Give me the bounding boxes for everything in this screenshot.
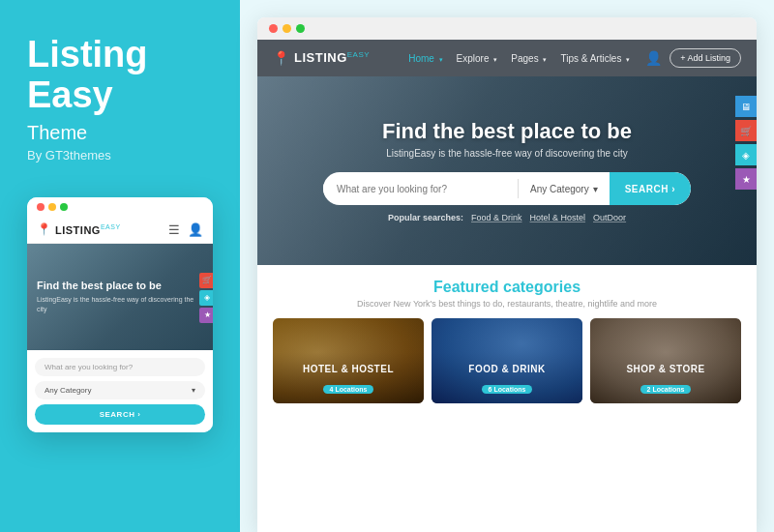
share-icon[interactable]: ◈ xyxy=(735,144,757,165)
nav-link-explore[interactable]: Explore ▾ xyxy=(457,53,498,64)
desktop-dot-yellow xyxy=(283,24,291,33)
mobile-logo: 📍 LISTINGEASY xyxy=(37,222,121,236)
featured-subtitle: Discover New York's best things to do, r… xyxy=(273,299,741,309)
desktop-pin-icon: 📍 xyxy=(273,50,289,66)
card-shop-badge: 2 Locations xyxy=(640,385,692,394)
card-food-content: FOOD & DRINK 6 Locations xyxy=(432,364,582,396)
desktop-search-bar: Any Category ▾ SEARCH › xyxy=(323,172,691,205)
mobile-category-select[interactable]: Any Category ▾ xyxy=(35,381,205,399)
desktop-nav: 📍 LISTINGEASY Home ▾ Explore ▾ Pages ▾ T… xyxy=(257,40,757,76)
card-food-badge: 6 Locations xyxy=(482,385,533,394)
card-shop-title: SHOP & STORE xyxy=(590,364,741,375)
featured-cards: HOTEL & HOSTEL 4 Locations FOOD & DRINK … xyxy=(273,318,741,403)
desktop-search-button[interactable]: SEARCH › xyxy=(610,172,691,205)
hamburger-icon[interactable]: ☰ xyxy=(168,222,180,237)
nav-link-tips[interactable]: Tips & Articles ▾ xyxy=(560,53,630,64)
mobile-star-icon: ★ xyxy=(199,308,213,323)
desktop-dot-red xyxy=(269,24,278,33)
mobile-nav: 📍 LISTINGEASY ☰ 👤 xyxy=(27,217,213,244)
popular-tag-hotel[interactable]: Hotel & Hostel xyxy=(530,213,586,222)
hero-subtitle: ListingEasy is the hassle-free way of di… xyxy=(257,148,757,159)
mobile-dot-yellow xyxy=(48,203,56,211)
brand-title: ListingEasy xyxy=(27,35,213,116)
mobile-dot-red xyxy=(37,203,45,211)
mobile-hero-sub: ListingEasy is the hassle-free way of di… xyxy=(37,295,203,314)
nav-link-home[interactable]: Home ▾ xyxy=(408,53,442,64)
mobile-share-icon: ◈ xyxy=(199,290,213,306)
mobile-mockup: 📍 LISTINGEASY ☰ 👤 Find the best place to… xyxy=(27,197,213,432)
pin-icon: 📍 xyxy=(37,222,51,236)
card-shop-content: SHOP & STORE 2 Locations xyxy=(590,364,741,396)
mobile-logo-text: LISTINGEASY xyxy=(55,223,121,236)
popular-searches: Popular searches: Food & Drink Hotel & H… xyxy=(257,213,757,222)
desktop-search-input[interactable] xyxy=(323,184,518,194)
right-panel: 📍 LISTINGEASY Home ▾ Explore ▾ Pages ▾ T… xyxy=(240,0,774,532)
monitor-icon[interactable]: 🖥 xyxy=(735,96,757,117)
card-food-title: FOOD & DRINK xyxy=(432,364,582,375)
user-icon[interactable]: 👤 xyxy=(645,50,662,66)
cart-icon[interactable]: 🛒 xyxy=(735,120,757,141)
mobile-hero-title: Find the best place to be xyxy=(37,279,203,292)
mobile-hero: Find the best place to be ListingEasy is… xyxy=(27,244,213,350)
brand-by: By GT3themes xyxy=(27,148,213,163)
card-hotel[interactable]: HOTEL & HOSTEL 4 Locations xyxy=(273,318,424,403)
desktop-dot-green xyxy=(296,24,305,33)
card-hotel-content: HOTEL & HOSTEL 4 Locations xyxy=(273,364,424,396)
card-food[interactable]: FOOD & DRINK 6 Locations xyxy=(432,318,582,403)
mobile-search-input[interactable]: What are you looking for? xyxy=(35,358,205,376)
mobile-titlebar xyxy=(27,197,213,217)
desktop-logo: 📍 LISTINGEASY xyxy=(273,50,370,66)
desktop-nav-links: Home ▾ Explore ▾ Pages ▾ Tips & Articles… xyxy=(408,53,630,64)
chevron-down-icon: ▾ xyxy=(192,386,195,395)
category-dropdown[interactable]: Any Category ▾ xyxy=(519,184,610,194)
star-icon[interactable]: ★ xyxy=(735,168,757,190)
nav-link-pages[interactable]: Pages ▾ xyxy=(511,53,547,64)
card-hotel-badge: 4 Locations xyxy=(323,385,374,394)
popular-tag-food[interactable]: Food & Drink xyxy=(471,213,522,222)
brand-subtitle: Theme xyxy=(27,122,213,144)
user-icon[interactable]: 👤 xyxy=(188,222,203,237)
desktop-logo-text: LISTINGEASY xyxy=(294,50,370,65)
mobile-search-area: What are you looking for? Any Category ▾… xyxy=(27,350,213,432)
hero-title: Find the best place to be xyxy=(257,119,757,144)
add-listing-button[interactable]: + Add Listing xyxy=(670,48,741,68)
popular-label: Popular searches: xyxy=(388,213,463,222)
left-panel: ListingEasy Theme By GT3themes 📍 LISTING… xyxy=(0,0,240,532)
desktop-titlebar xyxy=(257,17,757,40)
mobile-nav-icons: ☰ 👤 xyxy=(168,222,203,237)
featured-title: Featured categories xyxy=(273,279,741,296)
popular-tag-outdoor[interactable]: OutDoor xyxy=(593,213,626,222)
desktop-hero: Find the best place to be ListingEasy is… xyxy=(257,76,757,265)
mobile-cart-icon: 🛒 xyxy=(199,273,213,288)
hero-content: Find the best place to be ListingEasy is… xyxy=(257,119,757,222)
featured-section: Featured categories Discover New York's … xyxy=(257,265,757,403)
mobile-side-icons: 🛒 ◈ ★ xyxy=(199,273,213,323)
desktop-mockup: 📍 LISTINGEASY Home ▾ Explore ▾ Pages ▾ T… xyxy=(257,17,757,532)
mobile-search-button[interactable]: SEARCH › xyxy=(35,404,205,425)
desktop-side-icons: 🖥 🛒 ◈ ★ xyxy=(735,96,757,190)
mobile-dot-green xyxy=(60,203,68,211)
card-shop[interactable]: SHOP & STORE 2 Locations xyxy=(590,318,741,403)
card-hotel-title: HOTEL & HOSTEL xyxy=(273,364,424,375)
chevron-down-icon: ▾ xyxy=(593,184,598,194)
